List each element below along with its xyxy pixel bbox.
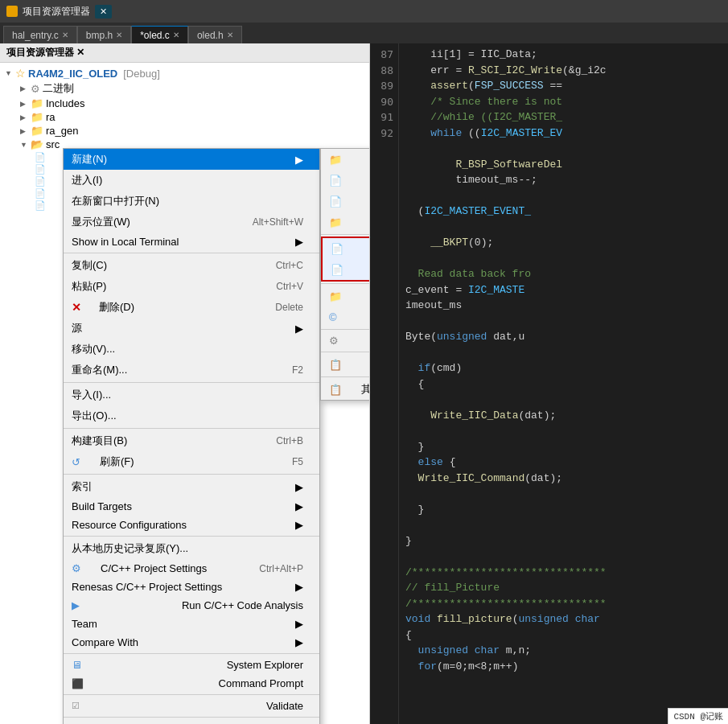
tab-oled-c[interactable]: *oled.c ✕	[131, 26, 188, 43]
menu-item-team[interactable]: Team ▶	[64, 615, 319, 633]
submenu-arrow-compare: ▶	[295, 636, 303, 648]
title-bar-close-button[interactable]: ✕	[95, 5, 112, 19]
status-bar-csdn: CSDN @记账	[668, 708, 728, 724]
example-icon: 📋	[329, 359, 342, 371]
submenu-item-cpp-project[interactable]: ⚙ C/C++ Project	[321, 331, 370, 350]
menu-item-move[interactable]: 移动(V)...	[64, 339, 319, 360]
code-line-unsigned-char: unsigned char m,n;	[405, 643, 722, 659]
menu-item-new[interactable]: 新建(N) ▶	[64, 149, 319, 170]
submenu-sep-5	[321, 376, 370, 377]
menu-label-copy: 复制(C)	[72, 258, 107, 273]
menu-item-cpp-project[interactable]: ⚙ C/C++ Project Settings Ctrl+Alt+P	[64, 559, 319, 578]
code-line-divider2: /*******************************	[405, 596, 722, 612]
submenu-item-example[interactable]: 📋 示例(X)...	[321, 354, 370, 375]
menu-item-import[interactable]: 导入(I)...	[64, 385, 319, 405]
code-line-divider: /*******************************	[405, 565, 722, 581]
tab-close-hal-entry[interactable]: ✕	[62, 31, 68, 39]
submenu-sep-3	[321, 329, 370, 330]
menu-label-cmd-prompt: Command Prompt	[219, 677, 303, 689]
menu-item-source[interactable]: 源 ▶	[64, 318, 319, 339]
menu-item-run-analysis[interactable]: ▶ Run C/C++ Code Analysis	[64, 596, 319, 615]
menu-label-rename: 重命名(M)...	[72, 363, 127, 377]
menu-item-index[interactable]: 索引 ▶	[64, 476, 319, 497]
tab-close-bmp-h[interactable]: ✕	[116, 31, 122, 39]
menu-label-export: 导出(O)...	[72, 409, 117, 423]
submenu-item-class[interactable]: © 类	[321, 306, 370, 327]
shortcut-copy: Ctrl+C	[276, 260, 303, 271]
menu-item-build[interactable]: 构建项目(B) Ctrl+B	[64, 430, 319, 451]
menu-item-refresh[interactable]: ↺ 刷新(F) F5	[64, 451, 319, 472]
menu-item-local-history[interactable]: 从本地历史记录复原(Y)...	[64, 538, 319, 559]
submenu-item-src-folder[interactable]: 📁 源文件夹	[321, 286, 370, 306]
menu-item-renesas-cpp[interactable]: Renesas C/C++ Project Settings ▶	[64, 578, 319, 596]
submenu-item-folder[interactable]: 📁 文件夹	[321, 212, 370, 232]
line-numbers: 87 88 89 90 91 92 - - - - - - - - - - - …	[370, 43, 399, 724]
submenu-item-from-template[interactable]: 📄 从模板创建文件	[321, 170, 370, 191]
menu-label-resource-config: Resource Configurations	[72, 519, 187, 531]
menu-label-new: 新建(N)	[72, 152, 107, 167]
menu-item-compare[interactable]: Compare With ▶	[64, 633, 319, 652]
menu-item-sys-explorer[interactable]: 🖥 System Explorer	[64, 656, 319, 674]
tree-item-binary[interactable]: ▶ ⚙ 二进制	[0, 80, 369, 97]
code-line-89: assert(FSP_SUCCESS ==	[405, 78, 722, 94]
submenu-item-file[interactable]: 📄 文件	[321, 191, 370, 212]
menu-label-local-history: 从本地历史记录复原(Y)...	[72, 541, 188, 556]
code-line-bkpt: __BKPT(0);	[405, 235, 722, 251]
menu-item-paste[interactable]: 粘贴(P) Ctrl+V	[64, 276, 319, 297]
menu-item-open-new[interactable]: 在新窗口中打开(N)	[64, 191, 319, 212]
menu-item-open[interactable]: 进入(I)	[64, 170, 319, 191]
menu-label-show-local: Show in Local Terminal	[72, 236, 179, 248]
shortcut-build: Ctrl+B	[276, 435, 303, 446]
menu-item-cmd-prompt[interactable]: ⬛ Command Prompt	[64, 674, 319, 693]
menu-item-rename[interactable]: 重命名(M)... F2	[64, 360, 319, 381]
menu-sep-5	[64, 536, 319, 537]
tree-root[interactable]: ▼ ☆ RA4M2_IIC_OLED [Debug]	[0, 66, 369, 80]
submenu-item-project[interactable]: 📁 项目(R)...	[321, 149, 370, 170]
submenu-item-source-file[interactable]: 📄 源文件	[323, 259, 370, 280]
menu-label-team: Team	[72, 618, 97, 630]
tab-close-oled-h[interactable]: ✕	[227, 31, 233, 39]
refresh-icon: ↺	[72, 456, 80, 468]
tab-hal-entry[interactable]: hal_entry.c ✕	[3, 26, 77, 43]
tab-oled-h[interactable]: oled.h ✕	[188, 26, 242, 43]
tree-item-ra-gen[interactable]: ▶ 📁 ra_gen	[0, 124, 369, 138]
submenu-arrow-index: ▶	[295, 481, 303, 493]
menu-item-build-targets[interactable]: Build Targets ▶	[64, 497, 319, 516]
menu-item-resource-config[interactable]: Resource Configurations ▶	[64, 516, 319, 534]
submenu-item-header[interactable]: 📄 头文件	[323, 238, 370, 259]
submenu-arrow-new: ▶	[295, 154, 303, 166]
tree-item-ra[interactable]: ▶ 📁 ra	[0, 110, 369, 124]
shortcut-cpp: Ctrl+Alt+P	[259, 563, 303, 574]
class-icon: ©	[329, 311, 337, 323]
menu-item-validate[interactable]: ☑ Validate	[64, 697, 319, 715]
menu-label-cpp-project: C/C++ Project Settings	[101, 562, 207, 574]
code-line-blank8	[405, 423, 722, 439]
submenu-item-other[interactable]: 📋 其他(O)... Ctrl+N	[321, 379, 370, 400]
tab-close-oled-c[interactable]: ✕	[173, 31, 179, 39]
submenu-sep-4	[321, 352, 370, 352]
menu-item-export[interactable]: 导出(O)...	[64, 405, 319, 426]
right-panel: 87 88 89 90 91 92 - - - - - - - - - - - …	[370, 43, 728, 724]
menu-sep-1	[64, 253, 319, 253]
tree-item-includes[interactable]: ▶ 📁 Includes	[0, 97, 369, 110]
submenu-arrow-renesas: ▶	[295, 581, 303, 593]
folder-icon: 📁	[329, 216, 342, 228]
header-file-icon: 📄	[331, 243, 343, 255]
menu-item-show-location[interactable]: 显示位置(W) Alt+Shift+W	[64, 212, 319, 232]
menu-item-copy[interactable]: 复制(C) Ctrl+C	[64, 255, 319, 276]
run-icon: ▶	[72, 599, 80, 611]
code-line-for: for(m=0;m<8;m++)	[405, 659, 722, 675]
tab-bmp-h[interactable]: bmp.h ✕	[77, 26, 131, 43]
submenu-sep-2	[321, 283, 370, 284]
code-line-blank6	[405, 345, 722, 361]
menu-item-delete[interactable]: ✕ 删除(D) Delete	[64, 297, 319, 318]
left-panel: 项目资源管理器 ✕ ▼ ☆ RA4M2_IIC_OLED [Debug] ▶ ⚙…	[0, 43, 370, 724]
code-line-brace1: {	[405, 376, 722, 393]
menu-item-source2[interactable]: Source ▶	[64, 719, 319, 724]
menu-item-show-local[interactable]: Show in Local Terminal ▶	[64, 232, 319, 251]
code-line-timeout: timeout_ms--;	[405, 172, 722, 188]
main-layout: 项目资源管理器 ✕ ▼ ☆ RA4M2_IIC_OLED [Debug] ▶ ⚙…	[0, 43, 728, 724]
code-line-blank5	[405, 314, 722, 330]
code-line-blank7	[405, 392, 722, 408]
menu-sep-6	[64, 653, 319, 654]
